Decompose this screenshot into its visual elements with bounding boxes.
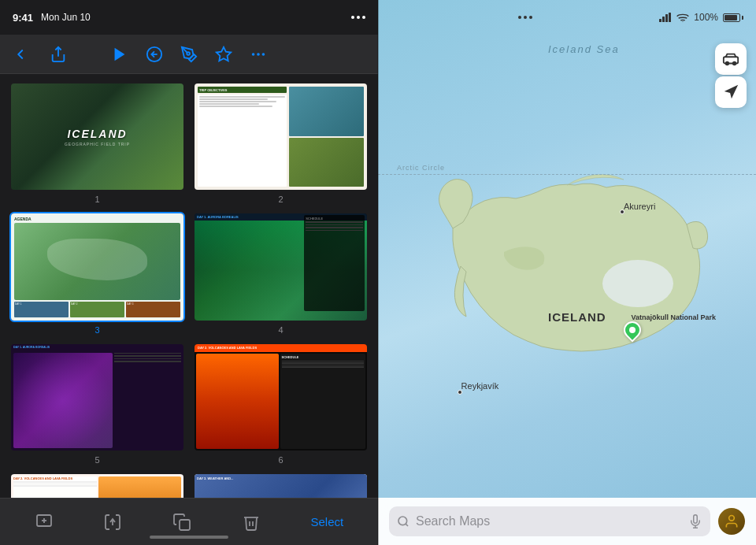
slide-navigator: ICELAND GEOGRAPHIC FIELD TRIP 1 TRIP OBJ… [0, 74, 378, 498]
svg-point-24 [398, 517, 407, 525]
slide-item-6[interactable]: DAY 2. VOLCANOES AND LAVA FIELDS SCHEDUL… [193, 343, 369, 465]
dot-2 [357, 16, 360, 19]
mic-icon[interactable] [688, 514, 702, 528]
car-icon [722, 50, 739, 68]
slide-4-content: DAY 1. AURORA BOREALIS SCHEDULE [195, 213, 367, 320]
search-icon [397, 515, 410, 528]
transitions-button[interactable] [103, 513, 122, 532]
dot-3 [362, 16, 365, 19]
maps-status-bar: 100% [378, 0, 756, 35]
slide-1-number: 1 [9, 195, 185, 204]
maps-dot-3 [529, 16, 532, 19]
battery-icon [723, 13, 743, 22]
status-time: 9:41 [13, 12, 33, 24]
vatnajokull-pin-inner [629, 327, 636, 333]
svg-rect-18 [669, 13, 671, 22]
maps-search-bar: Search Maps [378, 498, 756, 545]
copy-slide-button[interactable] [172, 513, 191, 532]
svg-line-25 [406, 524, 408, 526]
back-button[interactable] [9, 43, 32, 65]
slide-1-title: ICELAND [67, 128, 127, 140]
play-button[interactable] [109, 43, 131, 65]
dot-1 [351, 16, 354, 19]
slide-1-content: ICELAND GEOGRAPHIC FIELD TRIP [11, 83, 183, 190]
slide-thumb-6: DAY 2. VOLCANOES AND LAVA FIELDS SCHEDUL… [193, 343, 369, 452]
search-input-container[interactable]: Search Maps [389, 506, 710, 536]
slide-thumb-5: DAY 1. AURORA BOREALIS [9, 343, 185, 452]
panel-divider [377, 0, 379, 545]
svg-point-4 [187, 52, 190, 55]
svg-point-8 [253, 54, 254, 55]
drive-mode-button[interactable] [715, 43, 747, 75]
svg-marker-23 [724, 85, 738, 98]
svg-rect-17 [665, 14, 668, 22]
slide-7-content: DAY 2. VOLCANOES AND LAVA FIELDS [11, 474, 183, 498]
keynote-toolbar [0, 35, 378, 74]
svg-point-28 [729, 516, 735, 521]
delete-slide-button[interactable] [242, 513, 261, 532]
slide-thumb-7: DAY 2. VOLCANOES AND LAVA FIELDS [9, 473, 185, 498]
maps-dot-1 [518, 16, 521, 19]
iceland-map-svg [378, 0, 756, 545]
share-button[interactable] [47, 43, 69, 65]
shapes-button[interactable] [213, 43, 235, 65]
svg-marker-1 [115, 47, 125, 61]
keynote-panel: 9:41 Mon Jun 10 [0, 0, 378, 545]
slide-item-1[interactable]: ICELAND GEOGRAPHIC FIELD TRIP 1 [9, 82, 185, 204]
svg-point-22 [733, 62, 736, 65]
slide-5-content: DAY 1. AURORA BOREALIS [11, 344, 183, 450]
svg-point-19 [683, 21, 684, 22]
slide-2-number: 2 [193, 195, 369, 204]
signal-icon [659, 13, 672, 22]
maps-dot-2 [524, 16, 527, 19]
slide-thumb-8: DAY 3. WEATHER AND... [193, 473, 369, 498]
slide-item-7[interactable]: DAY 2. VOLCANOES AND LAVA FIELDS 7 [9, 473, 185, 498]
slide-8-content: DAY 3. WEATHER AND... [195, 474, 367, 498]
slide-4-number: 4 [193, 325, 369, 335]
more-button[interactable] [247, 43, 269, 65]
slide-5-number: 5 [9, 455, 185, 465]
maps-right-controls [715, 43, 747, 108]
svg-marker-5 [217, 46, 231, 60]
rewind-button[interactable] [143, 43, 165, 65]
svg-point-7 [263, 54, 265, 55]
slide-6-content: DAY 2. VOLCANOES AND LAVA FIELDS SCHEDUL… [195, 344, 367, 450]
arctic-circle-line [378, 174, 756, 175]
slide-1-subtitle: GEOGRAPHIC FIELD TRIP [65, 142, 130, 146]
slide-item-2[interactable]: TRIP OBJECTIVES [193, 82, 369, 204]
slide-2-content: TRIP OBJECTIVES [195, 83, 367, 190]
vatnajokull-marker[interactable] [624, 321, 641, 339]
slide-thumb-2: TRIP OBJECTIVES [193, 82, 369, 191]
slides-grid: ICELAND GEOGRAPHIC FIELD TRIP 1 TRIP OBJ… [9, 82, 369, 498]
pen-button[interactable] [178, 43, 200, 65]
svg-rect-15 [659, 19, 662, 22]
location-button[interactable] [715, 76, 747, 108]
slide-thumb-1: ICELAND GEOGRAPHIC FIELD TRIP [9, 82, 185, 191]
slide-item-5[interactable]: DAY 1. AURORA BOREALIS 5 [9, 343, 185, 465]
svg-rect-13 [180, 520, 190, 530]
maps-status-right: 100% [659, 12, 743, 23]
svg-rect-16 [662, 17, 665, 22]
slide-3-number: 3 [9, 325, 185, 335]
status-date: Mon Jun 10 [41, 12, 91, 23]
maps-status-dots [518, 16, 532, 19]
user-avatar[interactable] [718, 508, 745, 535]
add-slide-button[interactable] [35, 513, 54, 532]
select-button[interactable]: Select [310, 515, 343, 528]
slide-thumb-4: DAY 1. AURORA BOREALIS SCHEDULE [193, 212, 369, 321]
svg-point-21 [726, 62, 729, 65]
keynote-status-bar: 9:41 Mon Jun 10 [0, 0, 378, 35]
slide-6-number: 6 [193, 455, 369, 465]
slide-item-3[interactable]: AGENDA DAY 1 DAY 2 DAY 3 3 [9, 212, 185, 334]
reykjavik-dot [458, 390, 462, 395]
location-arrow-icon [722, 83, 739, 101]
slide-3-content: AGENDA DAY 1 DAY 2 DAY 3 [11, 213, 183, 320]
vatnajokull-pin [620, 318, 644, 343]
slide-item-4[interactable]: DAY 1. AURORA BOREALIS SCHEDULE 4 [193, 212, 369, 334]
avatar-icon [724, 513, 739, 529]
slide-thumb-3: AGENDA DAY 1 DAY 2 DAY 3 [9, 212, 185, 321]
slide-item-8[interactable]: DAY 3. WEATHER AND... 8 [193, 473, 369, 498]
battery-percent: 100% [694, 12, 718, 23]
maps-panel: Iceland Sea Arctic Circle ICELAND Akurey… [378, 0, 756, 545]
wifi-icon [676, 13, 689, 22]
